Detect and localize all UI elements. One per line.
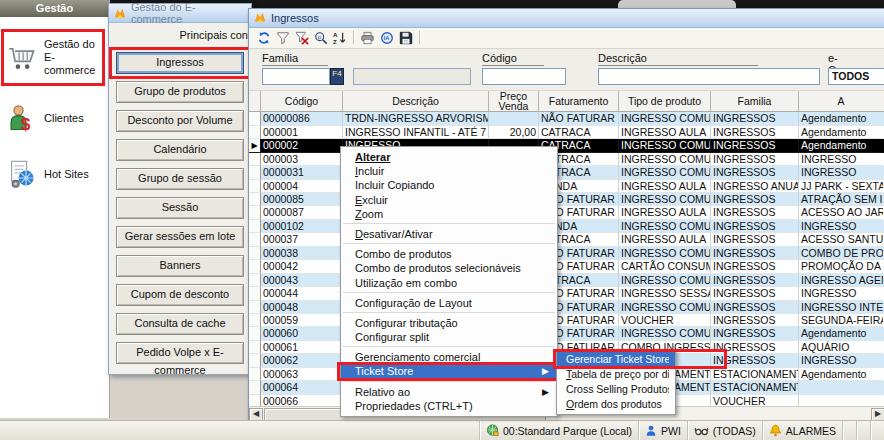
ecommerce-menu-button[interactable]: Consulta de cache bbox=[116, 313, 244, 335]
ecommerce-menu-button[interactable]: Banners bbox=[116, 255, 244, 277]
submenu-item-ordem-dos-produtos[interactable]: Ordem dos produtos bbox=[557, 397, 675, 412]
cell-tipo-produto: INGRESSO COMUM bbox=[619, 112, 711, 125]
column-header-descricao[interactable]: Descrição bbox=[343, 91, 489, 111]
ecommerce-menu-button[interactable]: Grupo de sessão bbox=[116, 168, 244, 190]
menu-item-zoom[interactable]: Zoom bbox=[341, 207, 557, 221]
cell-familia: ESTACIONAMENTO bbox=[711, 381, 799, 394]
ecommerce-menu-button[interactable]: Sessão bbox=[116, 197, 244, 219]
row-selector-cell bbox=[249, 314, 261, 327]
cell-familia: INGRESSOS bbox=[711, 153, 799, 166]
cell-codigo: 0000087 bbox=[261, 206, 343, 219]
sidebar-item-clientes[interactable]: $ Clientes bbox=[0, 98, 109, 138]
menu-item-incluir[interactable]: Incluir bbox=[341, 164, 557, 178]
column-header-codigo[interactable]: Código bbox=[261, 91, 343, 111]
cell-codigo: 000004 bbox=[261, 180, 343, 193]
cell-atracao: INGRESSO bbox=[799, 166, 883, 179]
cell-tipo-produto: INGRESSO COMUM bbox=[619, 274, 711, 287]
submenu-item-cross-selling-produtos[interactable]: Cross Selling Produtos bbox=[557, 382, 675, 397]
ecommerce-menu-button[interactable]: Desconto por Volume bbox=[116, 110, 244, 132]
print-icon[interactable] bbox=[358, 30, 377, 46]
ecommerce-filter-value[interactable]: TODOS bbox=[828, 68, 884, 85]
sidebar-item-label: Hot Sites bbox=[44, 168, 106, 181]
status-alarms[interactable]: ALARMES bbox=[762, 421, 842, 440]
menu-item-utilizacao-em-combo[interactable]: Utilização em combo bbox=[341, 276, 557, 290]
cell-familia: INGRESSOS bbox=[711, 354, 799, 367]
codigo-input[interactable] bbox=[482, 68, 566, 85]
codigo-label-group: Código bbox=[482, 52, 544, 66]
ecommerce-menu-button[interactable]: Pedido Volpe x E-commerce bbox=[116, 342, 244, 364]
cell-codigo: 000063 bbox=[261, 368, 343, 381]
ingressos-window-titlebar[interactable]: Ingressos bbox=[249, 9, 884, 28]
status-database[interactable]: 00:Standard Parque (Local) bbox=[479, 421, 638, 440]
cell-tipo-produto: INGRESSO COMUM bbox=[619, 247, 711, 260]
cell-codigo: 000037 bbox=[261, 233, 343, 246]
row-selector-cell bbox=[249, 274, 261, 287]
ecommerce-window: Gestão do E-commerce Principais con Ingr… bbox=[108, 3, 252, 375]
filter-icon[interactable] bbox=[273, 30, 292, 46]
status-view-filter[interactable]: (TODAS) bbox=[687, 421, 762, 440]
status-bar: 00:Standard Parque (Local) PWI (TODAS) A… bbox=[0, 420, 884, 440]
cell-tipo-produto: INGRESSO COMUM bbox=[619, 220, 711, 233]
familia-input[interactable] bbox=[262, 68, 330, 85]
ecommerce-menu-button[interactable]: Grupo de produtos bbox=[116, 81, 244, 103]
column-header-familia[interactable]: Familia bbox=[711, 91, 799, 111]
glasses-icon bbox=[694, 425, 709, 437]
ecommerce-subtitle: Principais con bbox=[109, 23, 251, 41]
menu-item-configurar-tributacao[interactable]: Configurar tributação bbox=[341, 316, 557, 330]
scroll-left-button[interactable]: ◀ bbox=[249, 408, 263, 421]
cell-atracao: INGRESSO bbox=[799, 287, 883, 300]
status-alarms-label: ALARMES bbox=[786, 425, 836, 437]
menu-item-combo-produtos-selecionaveis[interactable]: Combo de produtos selecionáveis bbox=[341, 261, 557, 275]
descricao-label: Descrição bbox=[598, 52, 758, 66]
menu-item-combo-de-produtos[interactable]: Combo de produtos bbox=[341, 247, 557, 261]
menu-item-configurar-split[interactable]: Configurar split bbox=[341, 330, 557, 344]
stamp-badge-icon[interactable]: IA bbox=[377, 30, 396, 46]
ecommerce-menu-button[interactable]: Calendário bbox=[116, 139, 244, 161]
table-row[interactable]: 00000086 TRDN-INGRESSO ARVORISMO NÃO FAT… bbox=[249, 112, 884, 125]
cell-familia: INGRESSOS bbox=[711, 287, 799, 300]
menu-item-relativo-ao[interactable]: Relativo ao ▶ bbox=[341, 385, 557, 399]
sidebar-item-label: Clientes bbox=[44, 112, 106, 125]
sidebar-item-hot-sites[interactable]: Hot Sites bbox=[0, 154, 109, 194]
menu-item-alterar[interactable]: Alterar bbox=[341, 150, 557, 164]
descricao-input[interactable] bbox=[598, 68, 820, 85]
gestao-panel: Gestão Gestão do E-commerce $ Clientes bbox=[0, 0, 110, 418]
cell-tipo-produto: INGRESSO AULA bbox=[619, 180, 711, 193]
sort-az-icon[interactable]: AZ bbox=[330, 30, 349, 46]
save-icon[interactable] bbox=[396, 30, 415, 46]
menu-separator bbox=[343, 381, 555, 382]
scroll-right-button[interactable]: ▶ bbox=[871, 408, 884, 421]
clear-filter-icon[interactable] bbox=[292, 30, 311, 46]
table-row[interactable]: 000001 INGRESSO INFANTIL - ATÉ 7 ANOS 20… bbox=[249, 126, 884, 139]
cell-codigo: 00000086 bbox=[261, 112, 343, 125]
column-header-faturamento[interactable]: Faturamento bbox=[539, 91, 619, 111]
ecommerce-menu-button[interactable]: Ingressos bbox=[116, 52, 244, 74]
cell-preco bbox=[489, 112, 539, 125]
submenu-item-gerenciar-ticket-store[interactable]: Gerenciar Ticket Store bbox=[557, 352, 675, 367]
sidebar-item-gestao-ecommerce[interactable]: Gestão do E-commerce bbox=[0, 33, 109, 82]
row-selector-cell bbox=[249, 233, 261, 246]
cell-faturamento: NÃO FATURAR bbox=[539, 112, 619, 125]
column-header-preco-venda[interactable]: Preço Venda bbox=[489, 91, 539, 111]
menu-item-gerenciamento-comercial[interactable]: Gerenciamento comercial bbox=[341, 350, 557, 364]
menu-item-propriedades[interactable]: Propriedades (CTRL+T) bbox=[341, 399, 557, 413]
cell-tipo-produto: INGRESSO COMUM bbox=[619, 193, 711, 206]
menu-item-ticket-store[interactable]: Ticket Store ▶ bbox=[341, 364, 557, 378]
familia-lookup-f4-button[interactable]: F4 bbox=[330, 68, 344, 85]
ecommerce-menu-button[interactable]: Cupom de desconto bbox=[116, 284, 244, 306]
cell-atracao: ACESSO AO JARD bbox=[799, 206, 883, 219]
menu-item-excluir[interactable]: Excluir bbox=[341, 193, 557, 207]
menu-item-desativar-ativar[interactable]: Desativar/Ativar bbox=[341, 227, 557, 241]
cell-familia: INGRESSO ANUAL bbox=[711, 180, 799, 193]
menu-item-configuracao-de-layout[interactable]: Configuração de Layout bbox=[341, 296, 557, 310]
refresh-icon[interactable] bbox=[254, 30, 273, 46]
zoom-icon[interactable]: p bbox=[311, 30, 330, 46]
ecommerce-menu-button[interactable]: Gerar sessões em lote bbox=[116, 226, 244, 248]
cell-atracao bbox=[799, 395, 883, 407]
menu-item-incluir-copiando[interactable]: Incluir Copiando bbox=[341, 178, 557, 192]
submenu-item-tabela-de-preco-por-dia[interactable]: Tabela de preço por dia bbox=[557, 367, 675, 382]
ecommerce-window-titlebar[interactable]: Gestão do E-commerce bbox=[109, 4, 251, 23]
column-header-tipo-produto[interactable]: Tipo de produto bbox=[619, 91, 711, 111]
status-user[interactable]: PWI bbox=[638, 421, 687, 440]
column-header-a[interactable]: A bbox=[799, 91, 883, 111]
